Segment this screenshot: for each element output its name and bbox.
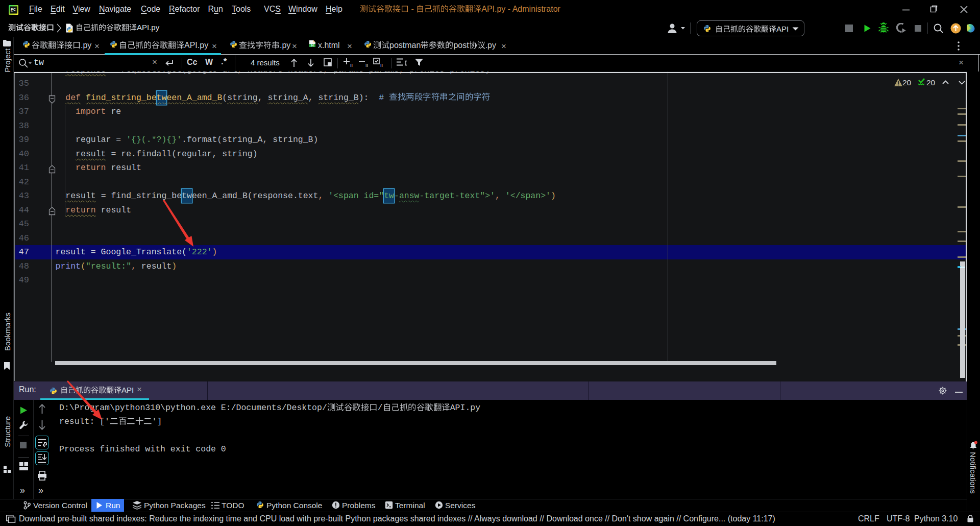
svg-text:II: II bbox=[350, 63, 353, 67]
svg-text:II: II bbox=[380, 63, 383, 67]
svg-text:II: II bbox=[365, 63, 368, 67]
svg-text:PC: PC bbox=[11, 8, 16, 11]
